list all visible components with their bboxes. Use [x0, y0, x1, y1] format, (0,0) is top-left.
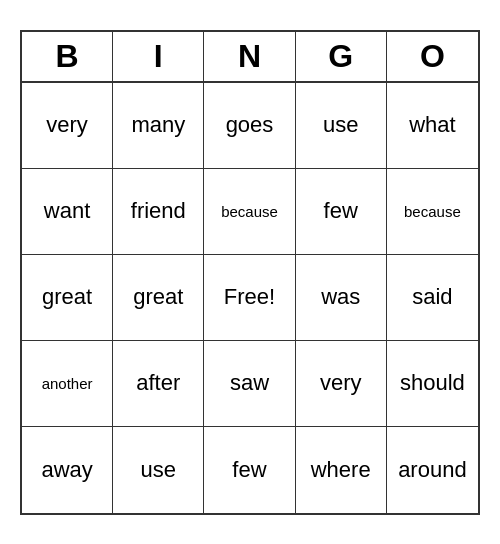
- bingo-cell: should: [387, 341, 478, 427]
- bingo-cell: very: [22, 83, 113, 169]
- bingo-cell: very: [296, 341, 387, 427]
- bingo-cell: away: [22, 427, 113, 513]
- bingo-cell: was: [296, 255, 387, 341]
- bingo-cell: after: [113, 341, 204, 427]
- bingo-cell: because: [387, 169, 478, 255]
- header-letter: O: [387, 32, 478, 81]
- bingo-cell: saw: [204, 341, 295, 427]
- bingo-card: BINGO verymanygoesusewhatwantfriendbecau…: [20, 30, 480, 515]
- bingo-cell: where: [296, 427, 387, 513]
- bingo-cell: goes: [204, 83, 295, 169]
- bingo-cell: friend: [113, 169, 204, 255]
- bingo-grid: verymanygoesusewhatwantfriendbecausefewb…: [22, 83, 478, 513]
- bingo-cell: great: [113, 255, 204, 341]
- header-letter: I: [113, 32, 204, 81]
- bingo-cell: use: [113, 427, 204, 513]
- bingo-cell: because: [204, 169, 295, 255]
- bingo-cell: around: [387, 427, 478, 513]
- bingo-cell: what: [387, 83, 478, 169]
- bingo-cell: want: [22, 169, 113, 255]
- bingo-cell: few: [296, 169, 387, 255]
- header-letter: G: [296, 32, 387, 81]
- bingo-header: BINGO: [22, 32, 478, 83]
- bingo-cell: another: [22, 341, 113, 427]
- bingo-cell: use: [296, 83, 387, 169]
- bingo-cell: Free!: [204, 255, 295, 341]
- bingo-cell: great: [22, 255, 113, 341]
- bingo-cell: said: [387, 255, 478, 341]
- header-letter: B: [22, 32, 113, 81]
- bingo-cell: few: [204, 427, 295, 513]
- bingo-cell: many: [113, 83, 204, 169]
- header-letter: N: [204, 32, 295, 81]
